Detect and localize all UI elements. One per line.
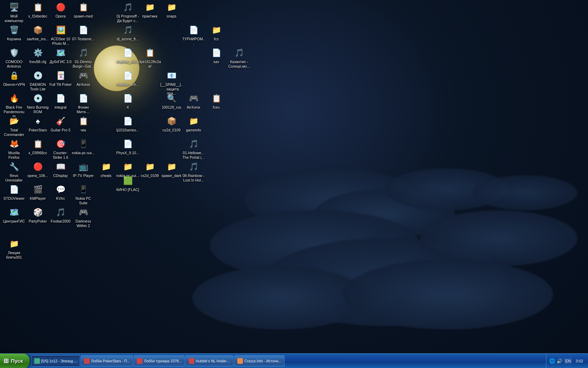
desktop-icon-mozilla[interactable]: 🦊Mozilla Firefox xyxy=(2,138,26,160)
desktop-icon-kvirc[interactable]: 💬KVIrc xyxy=(48,184,73,201)
taskbar-btn-tb-media[interactable]: [5/5] 1x12 - Эпизод ... xyxy=(31,355,80,367)
desktop-icon-comodo[interactable]: 🛡️COMODO Antivirus xyxy=(2,47,26,69)
desktop-icon-spawn-dark[interactable]: 📁spawn_dark xyxy=(159,161,184,178)
icon-image-fceu: 📋 xyxy=(211,93,222,104)
desktop-icon-acdsee[interactable]: 🖼️ACDSee 10 Photo M... xyxy=(48,25,73,46)
desktop-icon-physx[interactable]: 📄PhysX_9.10... xyxy=(115,138,140,156)
desktop-icon-full-tilt-poker[interactable]: 🃏Full Tilt Poker xyxy=(48,70,73,87)
desktop-icon-kino-flac[interactable]: 🟩КИНО [FLAC] xyxy=(115,175,140,192)
desktop-icon-x-f2ebedec[interactable]: 📋x_f2ebedec xyxy=(26,2,50,19)
start-icon: ⊞ xyxy=(4,357,9,365)
desktop-icon-nero[interactable]: 💿Nero Burning ROM xyxy=(26,93,50,114)
icon-image-07-testame: 📄 xyxy=(78,25,89,36)
language-indicator[interactable]: EN xyxy=(564,358,572,364)
desktop-icon-darkness-within[interactable]: 🎮Darkness Within 2 xyxy=(71,207,96,228)
icon-image-foobar2000: 🎵 xyxy=(55,207,66,218)
desktop-icon-markus-sch2[interactable]: 📄markus_sch... xyxy=(115,70,140,87)
desktop-icon-daemon-tools[interactable]: 💿DAEMON Tools Lite xyxy=(26,70,50,91)
desktop-icon-black-fire[interactable]: 🔥Black Fire Pandemonium xyxy=(2,93,26,119)
desktop-icon-partypoker[interactable]: 🎲PartyPoker xyxy=(26,207,50,224)
icon-label-snaps: snaps xyxy=(166,14,177,19)
icon-label-chek: чек xyxy=(80,128,87,133)
desktop-icon-integral[interactable]: 📄integral xyxy=(48,93,73,110)
icon-label-guitar-pro: Guitar Pro 5 xyxy=(50,128,71,133)
icon-image-cheats: 📁 xyxy=(100,161,112,172)
desktop-icon-dj-progresiff[interactable]: 🎵Dj Progresiff - Да Будет с... xyxy=(115,2,140,23)
icon-label-dj-progresiff: Dj Progresiff - Да Будет с... xyxy=(115,14,140,23)
icon-label-physx: PhysX_9.10... xyxy=(115,150,140,156)
taskbar-btn-icon-tb-holdem xyxy=(189,358,194,364)
desktop-icon-cs2d-0109b[interactable]: 📁cs2d_0109 xyxy=(138,161,162,178)
icon-image-kino-flac: 🟩 xyxy=(122,175,133,186)
desktop-icon-savfree-ins[interactable]: 📦savfree_ins... xyxy=(26,25,50,42)
desktop-icon-lj1010series[interactable]: 📄lj1010series... xyxy=(115,116,140,133)
desktop-icon-pokerstars[interactable]: ♠️PokerStars xyxy=(26,116,50,133)
desktop-icon-snaps[interactable]: 📁snaps xyxy=(159,2,184,19)
desktop-icon-sav[interactable]: 📄sav xyxy=(204,47,229,64)
desktop-icon-spam[interactable]: 📧[__SPAM__]... защита пра... xyxy=(159,70,184,96)
taskbar-btn-tb-poker2[interactable]: Лобби турнира 3378... xyxy=(134,355,185,367)
desktop-icon-centrangis[interactable]: 🗺️ЦентранГИС xyxy=(2,207,26,224)
desktop-icon-markus-sch1[interactable]: 📄markus_sch... xyxy=(115,47,140,64)
start-label: Пуск xyxy=(11,358,23,364)
desktop-icon-fonin[interactable]: 📄Фонин Митя-... xyxy=(71,93,96,114)
icon-label-praktika: практика xyxy=(141,14,158,19)
icon-label-kino-flac: КИНО [FLAC] xyxy=(115,187,140,192)
desktop-icon-fceu[interactable]: 📋fceu xyxy=(204,93,229,110)
taskbar-btn-tb-holdem[interactable]: Hubble's NL Holde-... xyxy=(186,355,233,367)
desktop-icon-praktika[interactable]: 📁практика xyxy=(138,2,162,19)
desktop-icon-chek[interactable]: 📋чек xyxy=(71,116,96,133)
desktop-icon-foobar2000[interactable]: 🎵Foobar2000 xyxy=(48,207,73,224)
desktop-icon-01-hellowe[interactable]: 🎵01-Hellowe... The Portal (... xyxy=(181,138,206,160)
desktop-icon-revo[interactable]: 🔧Revo Uninstaller xyxy=(2,161,26,183)
desktop-icon-korzina[interactable]: 🗑️Корзина xyxy=(2,25,26,42)
desktop-icon-gameinfo[interactable]: 📁gameinfo xyxy=(181,116,206,133)
desktop-icon-fceu98[interactable]: ⚙️fceu98.cfg xyxy=(26,47,50,64)
icon-label-pokerstars: PokerStars xyxy=(28,128,48,133)
desktop-icon-lekcii[interactable]: 📁Лекции блять001 xyxy=(2,238,26,260)
desktop-icon-cdisplay[interactable]: 📖CDisplay xyxy=(48,161,73,178)
icon-image-kmplayer: 🎬 xyxy=(32,184,43,195)
desktop-icon-airxonix2[interactable]: 🎮AirXonix xyxy=(181,93,206,110)
taskbar-btn-tb-crazys[interactable]: Crazys.Info - Источн... xyxy=(234,355,285,367)
desktop-icon-4[interactable]: 📄4 xyxy=(115,93,140,110)
taskbar-btn-icon-tb-poker1 xyxy=(84,358,90,364)
desktop-icon-guitar-pro[interactable]: 🎸Guitar Pro 5 xyxy=(48,116,73,133)
desktop-icon-01-dimmu[interactable]: 🎵01-Dimmu Borgir--Gat... xyxy=(71,47,96,69)
desktop-icon-opera-106[interactable]: 🔴opera_106... xyxy=(26,161,50,178)
icon-label-oberon-vpn: Oberon+VPN xyxy=(2,82,26,87)
icon-image-opera: 🔴 xyxy=(55,2,66,13)
desktop-icon-total-commander[interactable]: 📂Total Commander xyxy=(2,116,26,137)
desktop-icon-kmplayer[interactable]: 🎬KMPlayer xyxy=(26,184,50,201)
desktop-icon-stdu-viewer[interactable]: 📄STDUViewer xyxy=(2,184,26,201)
desktop-icon-nokia-pc-suite[interactable]: 📱Nokia PC Suite xyxy=(71,184,96,205)
icon-label-counterstrike: Counter-Strike 1.6 xyxy=(48,150,73,160)
icon-label-centrangis: ЦентранГИС xyxy=(2,219,26,224)
desktop-icon-fcs[interactable]: 📁fcs xyxy=(204,25,229,42)
taskbar-btn-tb-poker1[interactable]: Лобби PokerStars - П... xyxy=(81,355,133,367)
desktop-icon-turnirm[interactable]: 📄ТУРНИРОМ... xyxy=(181,25,206,46)
desktop-icon-nokia-pc-sui1[interactable]: 📱nokia-pc-sui... xyxy=(71,138,96,156)
desktop-icon-cheats[interactable]: 📁cheats xyxy=(94,161,118,178)
icon-image-fcs: 📁 xyxy=(211,25,222,36)
desktop-icon-iptv-player[interactable]: 📺IP-TV Player xyxy=(71,161,96,178)
desktop-icon-cs2d-0109[interactable]: 📦cs2d_0109 xyxy=(159,116,184,133)
desktop-icon-dj-azone[interactable]: 🎵dj_azone_ft... xyxy=(115,25,140,42)
desktop-icon-opera[interactable]: 🔴Opera xyxy=(48,2,73,19)
desktop-icon-08-rainbow[interactable]: 🎵08-Rainbow - Lost In Hol... xyxy=(181,161,206,183)
icon-label-mozilla: Mozilla Firefox xyxy=(2,150,26,160)
desktop-icon-spawn-med[interactable]: 📋spawn-med xyxy=(71,2,96,19)
desktop-icon-dublgis[interactable]: 🗺️ДублГИС 3.0 xyxy=(48,47,73,64)
desktop-icon-x-03f966cc[interactable]: 📋x_03f966cc xyxy=(26,138,50,156)
desktop-icon-oberon-vpn[interactable]: 🔒Oberon+VPN xyxy=(2,70,26,87)
icon-label-gameinfo: gameinfo xyxy=(185,128,202,133)
desktop-icon-100128-rus[interactable]: 🔍100128_rus xyxy=(159,93,184,110)
desktop-icon-07-testame[interactable]: 📄07-Testame... xyxy=(71,25,96,42)
start-button[interactable]: ⊞ Пуск xyxy=(0,354,30,368)
desktop-icon-0pe16128c2aaf[interactable]: 📋0pe16128c2aaf xyxy=(138,47,162,69)
icon-label-comodo: COMODO Antivirus xyxy=(2,59,26,69)
desktop-icon-counterstrike[interactable]: 🎯Counter-Strike 1.6 xyxy=(48,138,73,160)
desktop-icon-kazantip[interactable]: 🎵Казантип - Солнце,мо... xyxy=(227,47,251,69)
desktop-icon-my-computer[interactable]: 🖥️Мой компьютер xyxy=(2,2,26,23)
desktop-icon-airxonix1[interactable]: 🎮AirXonix xyxy=(71,70,96,87)
